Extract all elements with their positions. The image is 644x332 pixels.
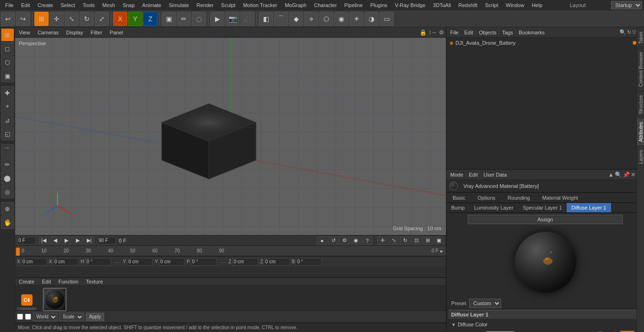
- undo-button[interactable]: ↩: [1, 12, 15, 26]
- apply-button[interactable]: Apply: [86, 313, 104, 321]
- menu-vray[interactable]: V-Ray Bridge: [392, 1, 429, 9]
- move-tool-btn[interactable]: ✛: [377, 236, 388, 245]
- material-btn[interactable]: ◑: [364, 12, 379, 26]
- light-btn[interactable]: ☀: [349, 12, 363, 26]
- tool1-btn[interactable]: ✚: [1, 86, 14, 99]
- timeline-expand-icon[interactable]: ▸: [440, 248, 445, 254]
- pen-btn[interactable]: ✏: [177, 12, 191, 26]
- visibility-dot-1[interactable]: [633, 41, 636, 45]
- redo-button[interactable]: ↪: [16, 12, 30, 26]
- tool3-btn[interactable]: ⊿: [1, 113, 14, 127]
- right-tab-takes[interactable]: Takes: [637, 27, 644, 48]
- obj-filter-icon[interactable]: ▽: [632, 29, 636, 35]
- attr-tab-diffuse[interactable]: Diffuse Layer 1: [567, 203, 611, 212]
- obj-menu-file[interactable]: File: [448, 29, 461, 36]
- render-preview-btn[interactable]: ▶: [210, 12, 224, 26]
- vp-settings-icon[interactable]: ⚙: [439, 29, 444, 36]
- tl-help-btn[interactable]: ?: [362, 236, 372, 245]
- camera-btn[interactable]: ◉: [334, 12, 348, 26]
- scale-dropdown[interactable]: Scale: [59, 313, 84, 321]
- frame-back-btn[interactable]: |◀: [39, 236, 49, 245]
- attr-lock-icon[interactable]: ▲: [608, 171, 614, 178]
- record2-btn[interactable]: ⊡: [411, 236, 421, 245]
- loop-btn[interactable]: ↺: [328, 236, 339, 245]
- attr-tab-specular[interactable]: Specular Layer 1: [518, 203, 567, 212]
- tool5-btn[interactable]: ⌒: [1, 144, 14, 157]
- attr-edit-menu[interactable]: Edit: [467, 171, 480, 178]
- mat-menu-function[interactable]: Function: [57, 278, 80, 285]
- coord-b-input[interactable]: [296, 258, 322, 266]
- collapse-arrow-icon[interactable]: ▼: [451, 322, 456, 327]
- menu-help[interactable]: Help: [528, 1, 546, 9]
- coord-x2-input[interactable]: [53, 258, 79, 266]
- right-tab-content-browser[interactable]: Content Browser: [637, 48, 644, 90]
- checkbox-2[interactable]: [25, 314, 31, 320]
- obj-search-icon[interactable]: 🔍: [619, 29, 626, 35]
- play-btn[interactable]: ▶: [61, 236, 72, 245]
- coord-x-input[interactable]: [21, 258, 47, 266]
- step-fwd-btn[interactable]: ▶: [73, 236, 83, 245]
- attr-search-icon[interactable]: 🔍: [615, 171, 622, 178]
- render-video-btn[interactable]: 🎥: [240, 12, 255, 26]
- mat-menu-create[interactable]: Create: [17, 278, 36, 285]
- menu-character[interactable]: Character: [311, 1, 340, 9]
- menu-3dtoall[interactable]: 3DToAll: [429, 1, 454, 9]
- coord-z-input[interactable]: [232, 258, 258, 266]
- vp-menu-filter[interactable]: Filter: [89, 29, 104, 36]
- menu-edit[interactable]: Edit: [18, 1, 33, 9]
- obj-menu-objects[interactable]: Objects: [477, 29, 498, 36]
- start-frame-input[interactable]: [17, 237, 36, 244]
- box-btn[interactable]: ▣: [162, 12, 176, 26]
- end-frame-input[interactable]: [97, 237, 116, 244]
- tool6-btn[interactable]: ✏: [1, 158, 14, 171]
- menu-motion-tracker[interactable]: Motion Tracker: [239, 1, 281, 9]
- attr-tab-basic[interactable]: Basic: [446, 193, 471, 202]
- menu-pipeline[interactable]: Pipeline: [341, 1, 366, 9]
- scale-button[interactable]: ⤡: [65, 12, 79, 26]
- x-axis-button[interactable]: X: [113, 12, 127, 26]
- world-dropdown[interactable]: World: [33, 313, 58, 321]
- keyframe-btn[interactable]: ●: [317, 236, 327, 245]
- menu-window[interactable]: Window: [503, 1, 528, 9]
- polygon-mode-btn[interactable]: ▣: [1, 69, 14, 82]
- menu-animate[interactable]: Animate: [139, 1, 165, 9]
- scale-tool-btn[interactable]: ⤡: [388, 236, 399, 245]
- edge-mode-btn[interactable]: ◻: [1, 42, 14, 55]
- move-button[interactable]: ✛: [50, 12, 64, 26]
- step-back-btn[interactable]: ◀: [50, 236, 60, 245]
- y-axis-button[interactable]: Y: [128, 12, 142, 26]
- nurbs-btn[interactable]: ◆: [289, 12, 303, 26]
- attr-pin-icon[interactable]: 📌: [623, 171, 630, 178]
- rotate-button[interactable]: ↻: [80, 12, 94, 26]
- grid-btn[interactable]: ⊞: [422, 236, 433, 245]
- attr-tab-rounding[interactable]: Rounding: [502, 193, 536, 202]
- coord-p-input[interactable]: [191, 258, 217, 266]
- right-tab-attributes[interactable]: Attributes: [637, 118, 644, 146]
- render-pic-btn[interactable]: 📷: [225, 12, 239, 26]
- mat-menu-edit[interactable]: Edit: [40, 278, 53, 285]
- attr-close-icon[interactable]: ✕: [631, 171, 636, 178]
- z-axis-button[interactable]: Z: [143, 12, 157, 26]
- menu-tools[interactable]: Tools: [79, 1, 98, 9]
- viewport-3d[interactable]: Perspective: [15, 38, 446, 235]
- object-row-battery[interactable]: ◈ DJI_Avata_Drone_Battery: [446, 38, 644, 48]
- attr-tab-bump[interactable]: Bump: [446, 203, 470, 212]
- tool8-btn[interactable]: ◎: [1, 185, 14, 198]
- select-model-button[interactable]: ⊞: [34, 12, 49, 26]
- vp-lock-icon[interactable]: 🔒: [420, 29, 427, 36]
- snap-btn[interactable]: ⊕: [1, 202, 14, 215]
- menu-sculpt[interactable]: Sculpt: [218, 1, 239, 9]
- preset-select[interactable]: Custom: [469, 299, 501, 308]
- menu-render[interactable]: Render: [193, 1, 217, 9]
- timeline-ruler[interactable]: 0 10 20 30 40 50 60 70 80 90 0 F ▸: [15, 246, 446, 256]
- battery-material-thumb[interactable]: [43, 288, 66, 311]
- attr-mode-menu[interactable]: Mode: [448, 171, 465, 178]
- attr-tab-material-weight[interactable]: Material Weight: [536, 193, 584, 202]
- right-tab-layers[interactable]: Layers: [637, 146, 644, 168]
- obj-menu-edit[interactable]: Edit: [462, 29, 475, 36]
- layout-dropdown[interactable]: Startup: [611, 1, 642, 9]
- frame-fwd-btn[interactable]: ▶|: [84, 236, 94, 245]
- rotate-tool-btn[interactable]: ↻: [400, 236, 410, 245]
- menu-script[interactable]: Script: [482, 1, 502, 9]
- coord-y-input[interactable]: [127, 258, 153, 266]
